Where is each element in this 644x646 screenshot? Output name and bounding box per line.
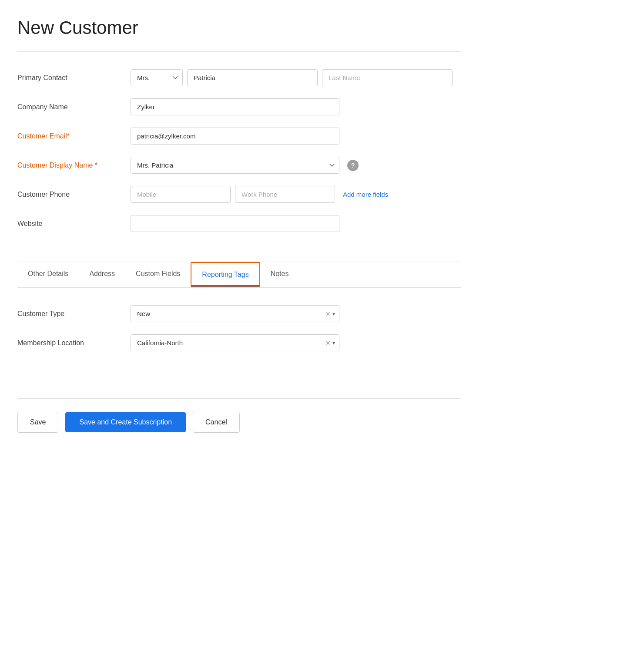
customer-display-name-label: Customer Display Name * (17, 162, 131, 169)
save-button[interactable]: Save (17, 412, 58, 433)
customer-email-row: Customer Email* (17, 128, 461, 145)
company-name-label: Company Name (17, 103, 131, 111)
page-title: New Customer (17, 17, 461, 38)
company-name-controls (131, 98, 461, 115)
customer-type-select-wrapper: New Existing ✕ ▾ (131, 305, 339, 322)
tab-other-details[interactable]: Other Details (17, 262, 79, 287)
tab-custom-fields[interactable]: Custom Fields (125, 262, 191, 287)
membership-location-row: Membership Location California-North Cal… (17, 334, 461, 351)
website-input[interactable] (131, 215, 339, 232)
customer-type-label: Customer Type (17, 310, 131, 318)
primary-contact-row: Primary Contact Mrs. Mr. Ms. Dr. (17, 69, 461, 86)
membership-location-select[interactable]: California-North California-South New Yo… (131, 334, 339, 351)
tabs-container: Other Details Address Custom Fields Repo… (17, 262, 461, 288)
primary-contact-label: Primary Contact (17, 74, 131, 82)
website-controls (131, 215, 461, 232)
help-icon[interactable]: ? (347, 160, 359, 171)
first-name-input[interactable] (187, 69, 318, 86)
mobile-input[interactable] (131, 186, 231, 203)
membership-location-label: Membership Location (17, 339, 131, 347)
customer-email-input[interactable] (131, 128, 339, 145)
last-name-input[interactable] (322, 69, 453, 86)
customer-phone-row: Customer Phone Add more fields (17, 186, 461, 203)
customer-display-name-row: Customer Display Name * Mrs. Patricia Pa… (17, 157, 461, 174)
customer-email-controls (131, 128, 461, 145)
customer-display-name-controls: Mrs. Patricia Patricia Zylker ? (131, 157, 461, 174)
website-label: Website (17, 220, 131, 228)
customer-type-row: Customer Type New Existing ✕ ▾ (17, 305, 461, 322)
tab-reporting-tags[interactable]: Reporting Tags (191, 262, 260, 287)
primary-contact-controls: Mrs. Mr. Ms. Dr. (131, 69, 461, 86)
save-and-create-subscription-button[interactable]: Save and Create Subscription (65, 412, 186, 432)
customer-email-label: Customer Email* (17, 132, 131, 140)
tab-address[interactable]: Address (79, 262, 125, 287)
membership-location-select-wrapper: California-North California-South New Yo… (131, 334, 339, 351)
footer-divider (17, 398, 461, 399)
reporting-tags-section: Customer Type New Existing ✕ ▾ Membershi… (17, 288, 461, 372)
work-phone-input[interactable] (235, 186, 335, 203)
customer-phone-controls: Add more fields (131, 186, 461, 203)
display-name-wrapper: Mrs. Patricia Patricia Zylker (131, 157, 339, 174)
footer-actions: Save Save and Create Subscription Cancel (17, 412, 461, 433)
website-row: Website (17, 215, 461, 232)
customer-type-select[interactable]: New Existing (131, 305, 339, 322)
title-divider (17, 51, 461, 52)
customer-phone-label: Customer Phone (17, 191, 131, 199)
company-name-input[interactable] (131, 98, 339, 115)
tab-notes[interactable]: Notes (260, 262, 299, 287)
add-more-fields-link[interactable]: Add more fields (343, 191, 388, 198)
display-name-select[interactable]: Mrs. Patricia Patricia Zylker (131, 157, 339, 174)
company-name-row: Company Name (17, 98, 461, 115)
cancel-button[interactable]: Cancel (193, 412, 240, 433)
salutation-select[interactable]: Mrs. Mr. Ms. Dr. (131, 69, 183, 86)
customer-form: Primary Contact Mrs. Mr. Ms. Dr. Company… (17, 65, 461, 253)
